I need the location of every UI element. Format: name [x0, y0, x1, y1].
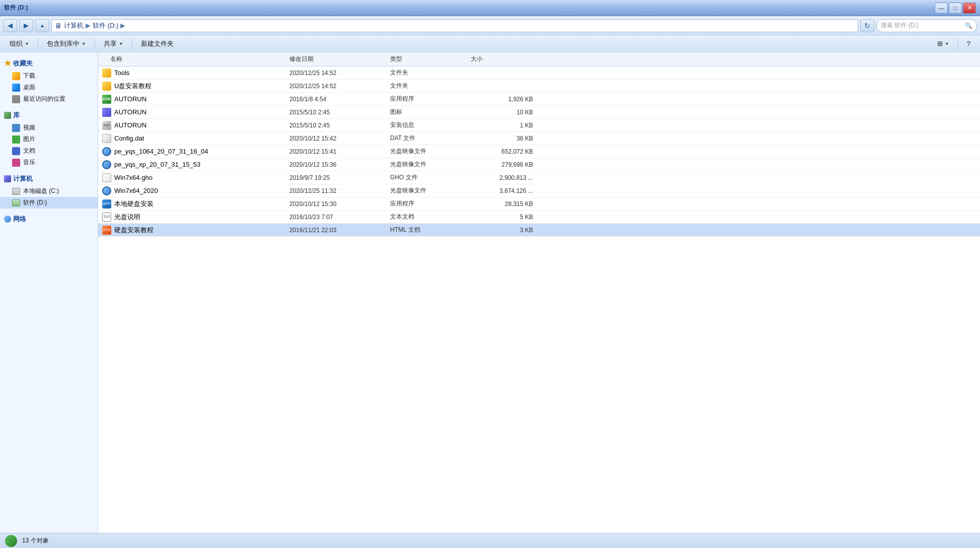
file-name: pe_yqs_xp_20_07_31_15_53 — [114, 161, 200, 168]
sidebar-computer-section: 计算机 本地磁盘 (C:) 软件 (D:) — [0, 172, 98, 209]
computer-icon — [4, 175, 11, 182]
col-size-header[interactable]: 大小 — [471, 55, 541, 63]
table-row[interactable]: Win7x64_2020 2020/12/25 11:32 光盘映像文件 3,8… — [98, 184, 980, 197]
sidebar-item-desktop[interactable]: 桌面 — [0, 82, 98, 93]
sidebar-item-video[interactable]: 视频 — [0, 122, 98, 133]
sidebar-computer-header[interactable]: 计算机 — [0, 172, 98, 185]
table-row[interactable]: pe_yqs_xp_20_07_31_15_53 2020/10/12 15:3… — [98, 158, 980, 171]
toolbar-sep-2 — [95, 39, 95, 49]
up-button[interactable]: ▲ — [35, 19, 49, 32]
file-size-cell: 36 KB — [471, 135, 541, 142]
favorites-star-icon: ★ — [4, 58, 11, 68]
table-row[interactable]: U盘安装教程 2020/12/25 14:52 文件夹 — [98, 80, 980, 93]
gho-icon — [102, 173, 111, 182]
share-label: 共享 — [104, 39, 117, 48]
table-row[interactable]: INF AUTORUN 2015/5/10 2:45 安装信息 1 KB — [98, 119, 980, 132]
table-row[interactable]: AUTORUN 2015/5/10 2:45 图标 10 KB — [98, 106, 980, 119]
search-icon: 🔍 — [965, 22, 972, 29]
titlebar: 软件 (D:) — □ ✕ — [0, 0, 980, 16]
file-size-cell: 28,315 KB — [471, 200, 541, 208]
download-icon — [12, 72, 20, 80]
table-row[interactable]: Tools 2020/12/25 14:52 文件夹 — [98, 66, 980, 80]
sidebar-item-recent[interactable]: 最近访问的位置 — [0, 93, 98, 105]
toolbar-sep-3 — [132, 39, 132, 49]
help-icon: ? — [967, 40, 970, 47]
sidebar-video-label: 视频 — [23, 123, 35, 132]
table-row[interactable]: Config.dat 2020/10/12 15:42 DAT 文件 36 KB — [98, 132, 980, 145]
sidebar-desktop-label: 桌面 — [23, 83, 35, 92]
col-date-header[interactable]: 修改日期 — [289, 55, 390, 63]
html-icon: HTM — [102, 226, 111, 235]
file-date-cell: 2019/9/7 19:25 — [289, 174, 390, 181]
sidebar-d-drive-label: 软件 (D:) — [23, 198, 47, 207]
include-library-button[interactable]: 包含到库中 ▼ — [41, 37, 92, 50]
file-date-cell: 2020/12/25 14:52 — [289, 83, 390, 90]
refresh-button[interactable]: ↻ — [860, 19, 874, 32]
table-row[interactable]: HTM 硬盘安装教程 2016/11/21 22:03 HTML 文档 3 KB — [98, 224, 980, 237]
breadcrumb-drive[interactable]: 软件 (D:) — [93, 21, 118, 30]
search-bar[interactable]: 搜索 软件 (D:) 🔍 — [876, 19, 977, 32]
file-date-cell: 2020/10/12 15:41 — [289, 148, 390, 155]
desktop-icon — [12, 84, 20, 92]
sidebar-item-c-drive[interactable]: 本地磁盘 (C:) — [0, 185, 98, 197]
share-dropdown-icon: ▼ — [119, 41, 123, 46]
file-size-cell: 5 KB — [471, 214, 541, 221]
organize-label: 组织 — [10, 39, 23, 48]
file-date-cell: 2016/1/8 4:54 — [289, 96, 390, 103]
back-button[interactable]: ◀ — [3, 19, 17, 32]
file-rows-container: Tools 2020/12/25 14:52 文件夹 U盘安装教程 2020/1… — [98, 66, 980, 237]
table-row[interactable]: pe_yqs_1064_20_07_31_16_04 2020/10/12 15… — [98, 145, 980, 158]
sidebar-network-header[interactable]: 网络 — [0, 213, 98, 226]
file-name-cell: pe_yqs_1064_20_07_31_16_04 — [98, 147, 289, 156]
organize-button[interactable]: 组织 ▼ — [4, 37, 35, 50]
file-name: AUTORUN — [114, 121, 146, 129]
help-button[interactable]: ? — [961, 37, 976, 50]
file-date-cell: 2015/5/10 2:45 — [289, 109, 390, 116]
view-button[interactable]: ⊞ ▼ — [932, 37, 955, 50]
sidebar-c-drive-label: 本地磁盘 (C:) — [23, 187, 59, 195]
file-name: Config.dat — [114, 134, 144, 142]
sidebar-item-pic[interactable]: 图片 — [0, 133, 98, 145]
view-icon: ⊞ — [937, 40, 943, 47]
breadcrumb-computer[interactable]: 计算机 — [64, 21, 84, 30]
file-date-cell: 2016/10/23 7:07 — [289, 214, 390, 221]
forward-button[interactable]: ▶ — [19, 19, 33, 32]
sidebar-library-header[interactable]: 库 — [0, 109, 98, 122]
new-folder-label: 新建文件夹 — [141, 39, 174, 48]
breadcrumb-sep-2: ▶ — [120, 22, 125, 29]
table-row[interactable]: EXE AUTORUN 2016/1/8 4:54 应用程序 1,926 KB — [98, 93, 980, 106]
file-size-cell: 1 KB — [471, 122, 541, 129]
col-name-header[interactable]: 名称 — [98, 55, 289, 63]
file-date-cell: 2020/12/25 11:32 — [289, 187, 390, 194]
table-row[interactable]: APP 本地硬盘安装 2020/10/12 15:30 应用程序 28,315 … — [98, 197, 980, 211]
minimize-button[interactable]: — — [935, 3, 948, 14]
maximize-button[interactable]: □ — [949, 3, 962, 14]
sidebar-item-doc[interactable]: 文档 — [0, 145, 98, 157]
breadcrumb-sep-1: ▶ — [86, 22, 91, 29]
sidebar-favorites-header[interactable]: ★ 收藏夹 — [0, 56, 98, 70]
table-row[interactable]: TXT 光盘说明 2016/10/23 7:07 文本文档 5 KB — [98, 211, 980, 224]
close-button[interactable]: ✕ — [963, 3, 976, 14]
music-icon — [12, 159, 20, 167]
sidebar-item-d-drive[interactable]: 软件 (D:) — [0, 197, 98, 209]
share-button[interactable]: 共享 ▼ — [98, 37, 129, 50]
file-name: pe_yqs_1064_20_07_31_16_04 — [114, 148, 208, 155]
file-date-cell: 2016/11/21 22:03 — [289, 227, 390, 234]
file-size-cell: 3,874,126 ... — [471, 187, 541, 194]
file-name: Win7x64_2020 — [114, 187, 158, 194]
sidebar-item-download[interactable]: 下载 — [0, 70, 98, 82]
statusbar-icon — [5, 535, 17, 547]
folder-icon — [102, 68, 111, 78]
txt-icon: TXT — [102, 213, 111, 222]
include-library-label: 包含到库中 — [47, 39, 80, 48]
file-type-cell: 文件夹 — [390, 82, 471, 90]
file-name-cell: Config.dat — [98, 134, 289, 143]
addressbar: ◀ ▶ ▲ 🖥 计算机 ▶ 软件 (D:) ▶ ↻ 搜索 软件 (D:) 🔍 — [0, 16, 980, 35]
table-row[interactable]: Win7x64.gho 2019/9/7 19:25 GHO 文件 2,900,… — [98, 171, 980, 184]
file-name: 硬盘安装教程 — [114, 226, 154, 235]
new-folder-button[interactable]: 新建文件夹 — [135, 37, 179, 50]
col-type-header[interactable]: 类型 — [390, 55, 471, 63]
iso-icon — [102, 186, 111, 195]
sidebar-item-music[interactable]: 音乐 — [0, 157, 98, 168]
file-size-cell: 279,696 KB — [471, 161, 541, 168]
